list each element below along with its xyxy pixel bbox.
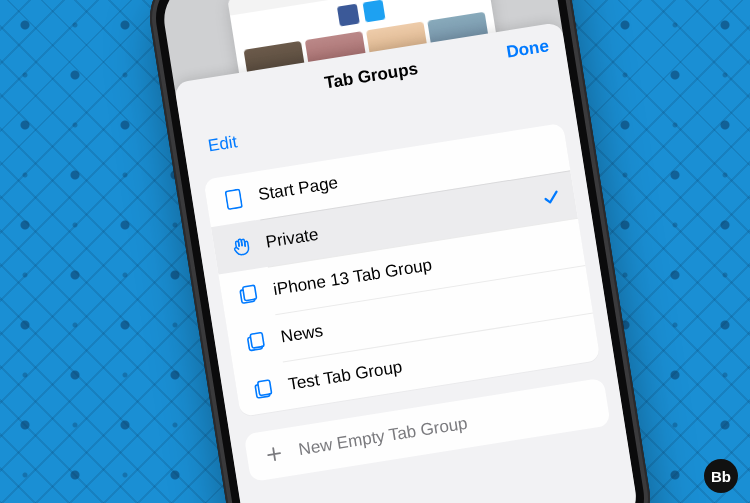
iphone-device-frame: Tab Groups Done Edit Start Page — [143, 0, 658, 503]
hand-icon — [227, 235, 256, 259]
new-group-label: New Empty Tab Group — [297, 414, 469, 460]
tabs-icon — [242, 330, 271, 354]
sheet-title: Tab Groups — [323, 59, 419, 93]
edit-button[interactable]: Edit — [207, 132, 239, 156]
watermark-badge: Bb — [704, 459, 738, 493]
svg-rect-0 — [225, 189, 242, 209]
tab-groups-list: Start Page Private — [203, 123, 600, 417]
tabs-icon — [249, 377, 278, 401]
tab-icon — [219, 187, 248, 211]
facebook-icon — [337, 4, 360, 27]
plus-icon — [260, 443, 288, 465]
checkmark-icon — [541, 187, 562, 208]
tabs-icon — [234, 282, 263, 306]
tab-groups-sheet: Tab Groups Done Edit Start Page — [174, 22, 642, 503]
iphone-screen: Tab Groups Done Edit Start Page — [159, 0, 642, 503]
done-button[interactable]: Done — [505, 36, 550, 62]
twitter-icon — [363, 0, 386, 22]
